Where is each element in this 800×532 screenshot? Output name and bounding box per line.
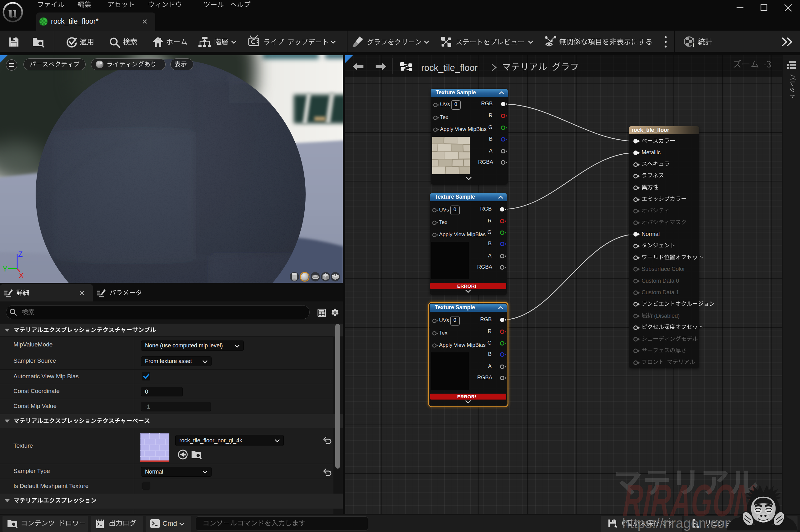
svg-text:u: u xyxy=(8,3,18,21)
svg-text:Z: Z xyxy=(18,250,23,258)
svg-text:X: X xyxy=(19,271,24,280)
svg-text:i: i xyxy=(692,41,694,48)
svg-text:Y: Y xyxy=(2,265,7,273)
